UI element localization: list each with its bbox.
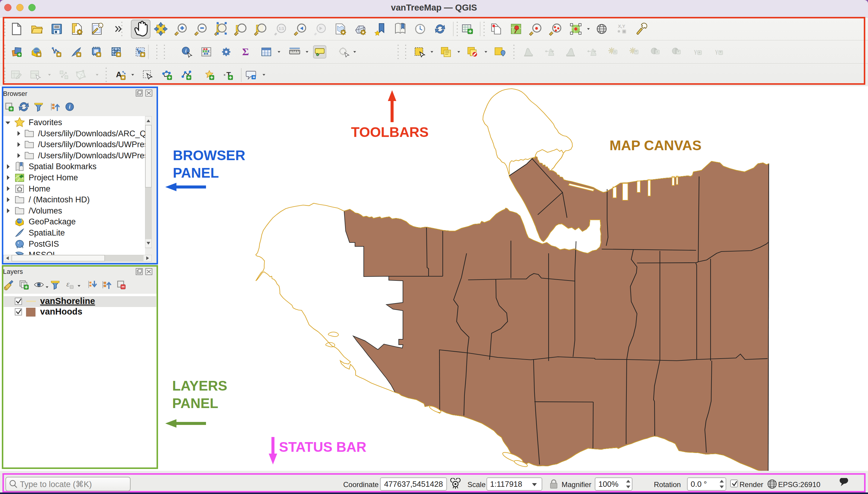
svg-text:/Users/lily/Downloads/UWPres: /Users/lily/Downloads/UWPres	[38, 140, 145, 149]
svg-text:Spatial Bookmarks: Spatial Bookmarks	[28, 162, 97, 171]
svg-text:vanShoreline: vanShoreline	[40, 296, 95, 306]
svg-text:/Volumes: /Volumes	[28, 206, 62, 215]
svg-text:vanHoods: vanHoods	[40, 307, 82, 316]
svg-text:PostGIS: PostGIS	[28, 240, 59, 248]
svg-text:SpatiaLite: SpatiaLite	[28, 228, 65, 238]
svg-text:/Users/lily/Downloads/UWPres: /Users/lily/Downloads/UWPres	[38, 151, 145, 160]
svg-text:ε: ε	[66, 280, 70, 288]
svg-text:Home: Home	[28, 184, 50, 193]
svg-text:GeoPackage: GeoPackage	[28, 217, 76, 226]
svg-text:/ (Macintosh HD): / (Macintosh HD)	[28, 195, 90, 204]
svg-text:Favorites: Favorites	[28, 118, 62, 127]
svg-text:/Users/lily/Downloads/ARC_Q: /Users/lily/Downloads/ARC_Q	[38, 129, 145, 138]
svg-text:Project Home: Project Home	[28, 173, 78, 182]
